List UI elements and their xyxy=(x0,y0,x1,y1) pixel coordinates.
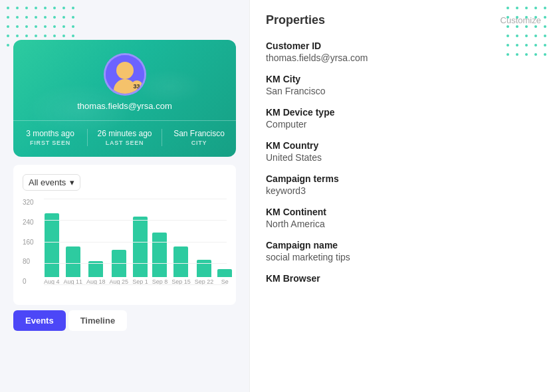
stat-last-seen-label: Last Seen xyxy=(88,140,162,146)
property-value: thomas.fields@yrsa.com xyxy=(266,52,541,63)
bar xyxy=(197,260,211,277)
avatar-badge: 33 xyxy=(131,80,143,92)
avatar: 33 xyxy=(104,53,146,96)
property-item: Customer IDthomas.fields@yrsa.com xyxy=(266,41,541,63)
property-label: KM Browser xyxy=(266,273,541,284)
property-item: KM ContinentNorth America xyxy=(266,207,541,229)
property-value: North America xyxy=(266,219,541,229)
property-label: KM Continent xyxy=(266,207,541,217)
property-label: Customer ID xyxy=(266,41,541,51)
left-panel: 33 thomas.fields@yrsa.com 3 months ago F… xyxy=(0,0,249,392)
property-label: KM City xyxy=(266,74,541,84)
stat-last-seen-value: 26 minutes ago xyxy=(88,129,162,138)
property-label: Campaign terms xyxy=(266,173,541,184)
bar-label: Aug 18 xyxy=(86,278,106,285)
bar xyxy=(112,250,126,277)
tab-timeline[interactable]: Timeline xyxy=(68,310,128,331)
chart-filter-button[interactable]: All events ▾ xyxy=(23,174,80,191)
stat-first-seen-value: 3 months ago xyxy=(13,129,87,138)
bar xyxy=(88,261,103,277)
bar-group: Se xyxy=(217,269,232,285)
bars-area: Aug 4Aug 11Aug 18Aug 25Sep 1Sep 8Sep 15S… xyxy=(44,199,227,285)
property-value: United States xyxy=(266,152,541,163)
bar-label: Sep 15 xyxy=(171,278,191,285)
stat-last-seen: 26 minutes ago Last Seen xyxy=(88,129,162,146)
bar-group: Aug 4 xyxy=(44,213,60,285)
dot-grid-decoration-right xyxy=(506,7,550,60)
bar xyxy=(66,246,80,277)
property-item: Campaign termskeyword3 xyxy=(266,173,541,196)
bar-group: Aug 11 xyxy=(64,246,83,285)
bar-label: Sep 8 xyxy=(152,278,168,285)
bar-group: Sep 1 xyxy=(132,217,148,285)
property-item: KM Browser xyxy=(266,273,541,284)
bar-group: Sep 8 xyxy=(152,233,168,285)
bar-label: Sep 22 xyxy=(195,278,214,285)
property-item: KM CitySan Francisco xyxy=(266,74,541,96)
property-label: KM Country xyxy=(266,140,541,151)
bar-group: Sep 22 xyxy=(195,260,214,285)
property-value: Computer xyxy=(266,119,541,130)
bar-label: Aug 25 xyxy=(110,278,129,285)
panel-header: Properties Customize xyxy=(266,13,541,27)
property-item: KM CountryUnited States xyxy=(266,140,541,163)
stat-first-seen-label: First Seen xyxy=(13,140,87,146)
chart-filter-label: All events xyxy=(29,177,66,187)
properties-list: Customer IDthomas.fields@yrsa.comKM City… xyxy=(266,41,541,284)
property-item: KM Device typeComputer xyxy=(266,107,541,130)
bar-group: Aug 18 xyxy=(86,261,106,285)
chevron-down-icon: ▾ xyxy=(70,177,74,187)
bar-label: Aug 11 xyxy=(64,278,83,285)
property-value: San Francisco xyxy=(266,86,541,96)
property-label: KM Device type xyxy=(266,107,541,118)
avatar-wrap: 33 xyxy=(13,40,236,96)
bar-label: Se xyxy=(221,278,229,285)
chart-header: All events ▾ xyxy=(23,174,227,191)
y-axis: 080160240320 xyxy=(23,199,41,285)
y-axis-label: 0 xyxy=(23,278,41,285)
stat-city-value: San Francisco xyxy=(162,129,236,138)
bar xyxy=(152,233,167,277)
bar xyxy=(133,217,148,277)
stat-first-seen: 3 months ago First Seen xyxy=(13,129,87,146)
user-email: thomas.fields@yrsa.com xyxy=(13,101,236,111)
property-value: social marketing tips xyxy=(266,252,541,262)
bar xyxy=(45,213,59,277)
bar xyxy=(217,269,232,277)
chart-container: 080160240320 Aug 4Aug 11Aug 18Aug 25Sep … xyxy=(23,199,227,305)
y-axis-label: 320 xyxy=(23,199,41,206)
profile-stats: 3 months ago First Seen 26 minutes ago L… xyxy=(13,120,236,146)
stat-city-label: City xyxy=(162,140,236,146)
panel-title: Properties xyxy=(266,13,325,27)
tab-events[interactable]: Events xyxy=(13,310,66,331)
bar-group: Aug 25 xyxy=(110,250,129,285)
property-item: Campaign namesocial marketing tips xyxy=(266,240,541,262)
bar-group: Sep 15 xyxy=(171,246,191,285)
tabs-bar: Events Timeline xyxy=(13,310,236,331)
y-axis-label: 240 xyxy=(23,219,41,226)
chart-area: All events ▾ 080160240320 Aug 4Aug 11Aug… xyxy=(13,165,236,305)
y-axis-label: 80 xyxy=(23,258,41,265)
y-axis-label: 160 xyxy=(23,239,41,246)
property-value: keyword3 xyxy=(266,185,541,196)
bar-label: Sep 1 xyxy=(132,278,148,285)
profile-card: 33 thomas.fields@yrsa.com 3 months ago F… xyxy=(13,40,236,157)
property-label: Campaign name xyxy=(266,240,541,250)
stat-city: San Francisco City xyxy=(162,129,236,146)
bar-label: Aug 4 xyxy=(44,278,60,285)
bar xyxy=(173,246,188,277)
avatar-head xyxy=(116,62,134,79)
right-panel: Properties Customize Customer IDthomas.f… xyxy=(249,0,557,392)
